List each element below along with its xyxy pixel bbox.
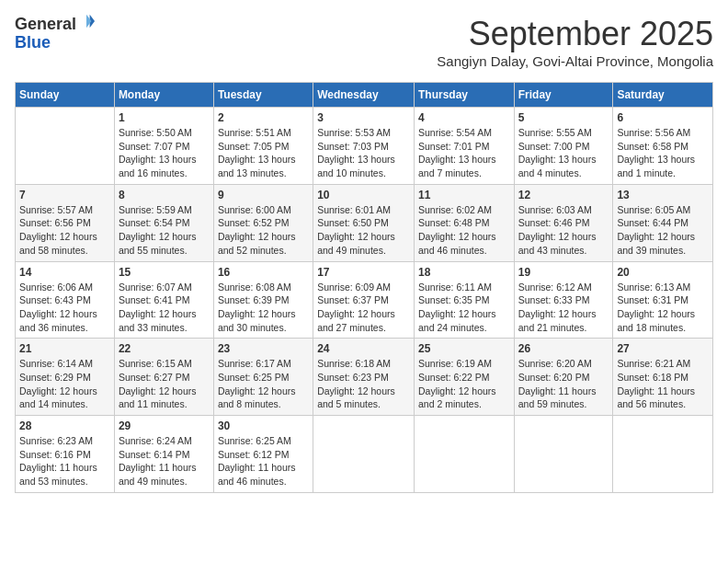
day-number: 25 [418, 342, 510, 355]
calendar-cell: 24Sunrise: 6:18 AM Sunset: 6:23 PM Dayli… [313, 339, 415, 416]
calendar-cell: 25Sunrise: 6:19 AM Sunset: 6:22 PM Dayli… [414, 339, 514, 416]
day-number: 21 [19, 342, 110, 355]
calendar-cell: 13Sunrise: 6:05 AM Sunset: 6:44 PM Dayli… [613, 184, 713, 261]
logo-icon [78, 13, 95, 29]
column-header-wednesday: Wednesday [313, 83, 415, 108]
day-number: 23 [218, 342, 309, 355]
calendar-cell: 5Sunrise: 5:55 AM Sunset: 7:00 PM Daylig… [514, 108, 613, 185]
day-number: 19 [518, 266, 609, 279]
day-info: Sunrise: 6:00 AM Sunset: 6:52 PM Dayligh… [218, 203, 309, 258]
day-info: Sunrise: 6:18 AM Sunset: 6:23 PM Dayligh… [317, 357, 410, 411]
calendar-cell: 22Sunrise: 6:15 AM Sunset: 6:27 PM Dayli… [114, 339, 213, 416]
calendar-header: SundayMondayTuesdayWednesdayThursdayFrid… [16, 83, 713, 108]
calendar-week-1: 1Sunrise: 5:50 AM Sunset: 7:07 PM Daylig… [16, 108, 713, 185]
day-info: Sunrise: 6:23 AM Sunset: 6:16 PM Dayligh… [19, 434, 110, 488]
calendar-cell: 10Sunrise: 6:01 AM Sunset: 6:50 PM Dayli… [313, 184, 415, 261]
logo-blue: Blue [15, 33, 51, 52]
day-number: 15 [119, 266, 210, 279]
calendar-cell: 4Sunrise: 5:54 AM Sunset: 7:01 PM Daylig… [414, 108, 514, 185]
day-info: Sunrise: 6:02 AM Sunset: 6:48 PM Dayligh… [418, 203, 510, 258]
day-info: Sunrise: 6:15 AM Sunset: 6:27 PM Dayligh… [119, 357, 210, 411]
logo-general: General [15, 15, 76, 33]
month-title: September 2025 [437, 15, 713, 53]
day-info: Sunrise: 6:14 AM Sunset: 6:29 PM Dayligh… [19, 357, 110, 411]
calendar-cell: 28Sunrise: 6:23 AM Sunset: 6:16 PM Dayli… [16, 416, 115, 493]
calendar-cell: 7Sunrise: 5:57 AM Sunset: 6:56 PM Daylig… [16, 184, 115, 261]
day-info: Sunrise: 6:24 AM Sunset: 6:14 PM Dayligh… [119, 434, 210, 488]
calendar-cell: 29Sunrise: 6:24 AM Sunset: 6:14 PM Dayli… [114, 416, 213, 493]
day-number: 27 [617, 342, 709, 355]
calendar-cell [313, 416, 415, 493]
day-number: 16 [218, 266, 309, 279]
calendar-cell: 23Sunrise: 6:17 AM Sunset: 6:25 PM Dayli… [213, 339, 313, 416]
day-info: Sunrise: 5:59 AM Sunset: 6:54 PM Dayligh… [119, 203, 210, 258]
day-number: 2 [218, 111, 309, 124]
day-number: 24 [317, 342, 410, 355]
day-number: 4 [418, 111, 510, 124]
calendar-cell [16, 108, 115, 185]
calendar-cell: 1Sunrise: 5:50 AM Sunset: 7:07 PM Daylig… [114, 108, 213, 185]
column-header-thursday: Thursday [414, 83, 514, 108]
calendar-week-4: 21Sunrise: 6:14 AM Sunset: 6:29 PM Dayli… [16, 339, 713, 416]
day-number: 28 [19, 419, 110, 432]
day-number: 11 [418, 189, 510, 201]
calendar-cell: 9Sunrise: 6:00 AM Sunset: 6:52 PM Daylig… [213, 184, 313, 261]
calendar-body: 1Sunrise: 5:50 AM Sunset: 7:07 PM Daylig… [16, 108, 713, 493]
day-number: 8 [119, 189, 210, 201]
day-info: Sunrise: 6:03 AM Sunset: 6:46 PM Dayligh… [518, 203, 609, 258]
calendar-cell: 27Sunrise: 6:21 AM Sunset: 6:18 PM Dayli… [613, 339, 713, 416]
day-number: 29 [119, 419, 210, 432]
column-header-friday: Friday [514, 83, 613, 108]
calendar-table: SundayMondayTuesdayWednesdayThursdayFrid… [15, 82, 713, 493]
day-info: Sunrise: 5:57 AM Sunset: 6:56 PM Dayligh… [19, 203, 110, 258]
day-info: Sunrise: 6:11 AM Sunset: 6:35 PM Dayligh… [418, 281, 510, 335]
day-info: Sunrise: 5:50 AM Sunset: 7:07 PM Dayligh… [119, 126, 210, 180]
calendar-cell: 16Sunrise: 6:08 AM Sunset: 6:39 PM Dayli… [213, 261, 313, 339]
calendar-cell: 20Sunrise: 6:13 AM Sunset: 6:31 PM Dayli… [613, 261, 713, 339]
day-info: Sunrise: 6:13 AM Sunset: 6:31 PM Dayligh… [617, 281, 709, 335]
day-info: Sunrise: 6:08 AM Sunset: 6:39 PM Dayligh… [218, 281, 309, 335]
calendar-week-3: 14Sunrise: 6:06 AM Sunset: 6:43 PM Dayli… [16, 261, 713, 339]
column-header-saturday: Saturday [613, 83, 713, 108]
day-number: 3 [317, 111, 410, 124]
day-number: 30 [218, 419, 309, 432]
calendar-cell: 8Sunrise: 5:59 AM Sunset: 6:54 PM Daylig… [114, 184, 213, 261]
day-number: 26 [518, 342, 609, 355]
day-info: Sunrise: 5:51 AM Sunset: 7:05 PM Dayligh… [218, 126, 309, 180]
day-number: 1 [119, 111, 210, 124]
calendar-cell: 3Sunrise: 5:53 AM Sunset: 7:03 PM Daylig… [313, 108, 415, 185]
calendar-cell: 6Sunrise: 5:56 AM Sunset: 6:58 PM Daylig… [613, 108, 713, 185]
calendar-cell: 17Sunrise: 6:09 AM Sunset: 6:37 PM Dayli… [313, 261, 415, 339]
day-info: Sunrise: 6:20 AM Sunset: 6:20 PM Dayligh… [518, 357, 609, 411]
day-number: 18 [418, 266, 510, 279]
calendar-cell: 21Sunrise: 6:14 AM Sunset: 6:29 PM Dayli… [16, 339, 115, 416]
day-info: Sunrise: 6:06 AM Sunset: 6:43 PM Dayligh… [19, 281, 110, 335]
calendar-week-2: 7Sunrise: 5:57 AM Sunset: 6:56 PM Daylig… [16, 184, 713, 261]
day-number: 9 [218, 189, 309, 201]
calendar-cell: 11Sunrise: 6:02 AM Sunset: 6:48 PM Dayli… [414, 184, 514, 261]
day-info: Sunrise: 5:55 AM Sunset: 7:00 PM Dayligh… [518, 126, 609, 180]
column-header-sunday: Sunday [16, 83, 115, 108]
day-number: 10 [317, 189, 410, 201]
logo: General Blue [15, 15, 95, 52]
day-number: 5 [518, 111, 609, 124]
day-number: 7 [19, 189, 110, 201]
day-info: Sunrise: 5:56 AM Sunset: 6:58 PM Dayligh… [617, 126, 709, 180]
calendar-cell [414, 416, 514, 493]
day-info: Sunrise: 6:17 AM Sunset: 6:25 PM Dayligh… [218, 357, 309, 411]
calendar-cell: 30Sunrise: 6:25 AM Sunset: 6:12 PM Dayli… [213, 416, 313, 493]
day-info: Sunrise: 6:19 AM Sunset: 6:22 PM Dayligh… [418, 357, 510, 411]
calendar-cell: 18Sunrise: 6:11 AM Sunset: 6:35 PM Dayli… [414, 261, 514, 339]
calendar-cell [514, 416, 613, 493]
day-info: Sunrise: 6:05 AM Sunset: 6:44 PM Dayligh… [617, 203, 709, 258]
day-info: Sunrise: 6:07 AM Sunset: 6:41 PM Dayligh… [119, 281, 210, 335]
day-number: 12 [518, 189, 609, 201]
calendar-week-5: 28Sunrise: 6:23 AM Sunset: 6:16 PM Dayli… [16, 416, 713, 493]
day-number: 14 [19, 266, 110, 279]
calendar-cell: 14Sunrise: 6:06 AM Sunset: 6:43 PM Dayli… [16, 261, 115, 339]
calendar-cell: 19Sunrise: 6:12 AM Sunset: 6:33 PM Dayli… [514, 261, 613, 339]
column-header-monday: Monday [114, 83, 213, 108]
subtitle: Sangiyn Dalay, Govi-Altai Province, Mong… [437, 53, 713, 69]
day-info: Sunrise: 6:09 AM Sunset: 6:37 PM Dayligh… [317, 281, 410, 335]
day-info: Sunrise: 6:01 AM Sunset: 6:50 PM Dayligh… [317, 203, 410, 258]
